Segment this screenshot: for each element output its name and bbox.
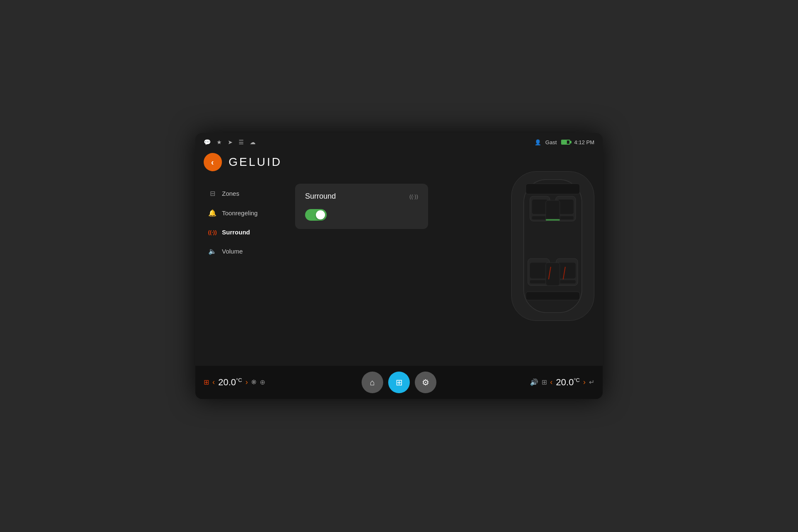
- temp-right-decrease[interactable]: ‹: [550, 378, 553, 387]
- grid-button[interactable]: ⊞: [388, 372, 410, 393]
- cloud-icon: ☁: [250, 139, 256, 145]
- sidebar: ⊟ Zones 🔔 Toonregeling ((·)) Surround 🔈 …: [204, 180, 287, 346]
- surround-card-title: Surround: [305, 192, 336, 201]
- svg-rect-2: [532, 200, 548, 214]
- temp-right-display: 20.0°C: [556, 377, 580, 388]
- zones-icon: ⊟: [208, 190, 217, 197]
- seat-heat-right-icon: ⊞: [542, 378, 547, 386]
- seat-right-icon: ↵: [589, 378, 594, 386]
- temp-left-decrease[interactable]: ‹: [212, 378, 215, 387]
- svg-rect-11: [530, 280, 547, 283]
- sidebar-label-zones: Zones: [222, 190, 239, 197]
- temp-right-unit: °C: [574, 377, 580, 383]
- surround-icon: ((·)): [208, 229, 217, 235]
- message-icon: 💬: [204, 139, 211, 145]
- time-label: 4:12 PM: [574, 139, 594, 145]
- settings-icon: ⚙: [422, 377, 429, 387]
- content-area: Surround ((·)): [287, 180, 511, 346]
- temp-left-increase[interactable]: ›: [245, 378, 248, 387]
- surround-card: Surround ((·)): [295, 184, 428, 229]
- sidebar-label-surround: Surround: [222, 229, 250, 236]
- svg-rect-8: [546, 219, 560, 221]
- volume-right-icon: 🔊: [530, 378, 538, 386]
- navigation-icon: ➤: [228, 139, 233, 145]
- user-label: Gast: [545, 139, 557, 145]
- temp-left-value: 20.0: [218, 377, 236, 387]
- svg-rect-7: [546, 200, 560, 221]
- car-interior-view: [511, 171, 594, 321]
- temp-right-increase[interactable]: ›: [583, 378, 586, 387]
- back-button[interactable]: ‹: [204, 153, 222, 171]
- heat-icon: ⊕: [260, 378, 265, 386]
- settings-button[interactable]: ⚙: [415, 372, 436, 393]
- battery-icon: [561, 140, 570, 145]
- sidebar-item-zones[interactable]: ⊟ Zones: [204, 184, 287, 203]
- svg-rect-6: [558, 216, 574, 219]
- bottom-bar: ⊞ ‹ 20.0°C › ❋ ⊕ ⌂ ⊞ ⚙ 🔊 ⊞ ‹: [195, 366, 603, 399]
- signal-icon: ☰: [239, 139, 244, 145]
- status-icons-left: 💬 ★ ➤ ☰ ☁: [204, 139, 256, 145]
- svg-rect-19: [526, 292, 580, 300]
- temp-left-display: 20.0°C: [218, 377, 242, 388]
- svg-rect-14: [558, 280, 576, 283]
- climate-left: ⊞ ‹ 20.0°C › ❋ ⊕: [204, 377, 265, 388]
- fan-icon: ❋: [251, 378, 256, 386]
- main-screen: 💬 ★ ➤ ☰ ☁ 👤 Gast 4:12 PM ‹ GELUID ⊟ Zone: [195, 133, 603, 399]
- status-bar: 💬 ★ ➤ ☰ ☁ 👤 Gast 4:12 PM: [195, 133, 603, 151]
- temp-right-value: 20.0: [556, 377, 574, 387]
- svg-rect-10: [530, 263, 547, 278]
- grid-icon: ⊞: [396, 377, 403, 387]
- sidebar-label-volume: Volume: [222, 248, 243, 255]
- svg-rect-18: [526, 184, 580, 194]
- toggle-knob: [316, 210, 325, 219]
- bluetooth-icon: ★: [217, 139, 222, 145]
- surround-toggle[interactable]: [305, 209, 327, 221]
- user-icon: 👤: [534, 139, 541, 145]
- surround-toggle-container: [305, 209, 418, 221]
- toonregeling-icon: 🔔: [208, 209, 217, 217]
- svg-rect-5: [558, 200, 574, 214]
- sidebar-item-surround[interactable]: ((·)) Surround: [204, 223, 287, 241]
- sidebar-item-volume[interactable]: 🔈 Volume: [204, 241, 287, 261]
- back-arrow-icon: ‹: [211, 158, 214, 167]
- nav-buttons: ⌂ ⊞ ⚙: [362, 372, 436, 393]
- seat-heat-left-icon: ⊞: [204, 378, 209, 386]
- sidebar-label-toonregeling: Toonregeling: [222, 209, 258, 217]
- temp-left-unit: °C: [236, 377, 242, 383]
- sidebar-item-toonregeling[interactable]: 🔔 Toonregeling: [204, 203, 287, 223]
- status-right: 👤 Gast 4:12 PM: [534, 139, 594, 145]
- car-svg: [515, 175, 590, 317]
- svg-rect-13: [558, 263, 576, 278]
- svg-rect-15: [546, 263, 560, 286]
- climate-right: 🔊 ⊞ ‹ 20.0°C › ↵: [530, 377, 594, 388]
- surround-card-icon: ((·)): [409, 193, 418, 200]
- home-button[interactable]: ⌂: [362, 372, 383, 393]
- home-icon: ⌂: [370, 378, 375, 387]
- volume-icon: 🔈: [208, 247, 217, 255]
- svg-rect-3: [532, 216, 548, 219]
- surround-card-header: Surround ((·)): [305, 192, 418, 201]
- page-title: GELUID: [229, 155, 282, 169]
- main-content: ⊟ Zones 🔔 Toonregeling ((·)) Surround 🔈 …: [195, 175, 603, 350]
